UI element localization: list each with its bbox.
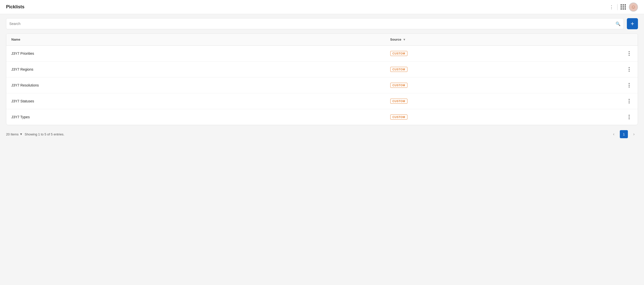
items-dropdown-icon[interactable]: ▼: [20, 132, 23, 136]
custom-badge: CUSTOM: [390, 115, 407, 120]
row-more-options-button[interactable]: [626, 114, 633, 120]
picklists-table-container: Name Source ▼ J3Y7 PrioritiesCUSTOMJ3Y7 …: [6, 33, 638, 125]
row-more-options-button[interactable]: [626, 50, 633, 57]
row-name: J3Y7 Types: [11, 115, 30, 119]
table-row: J3Y7 ResolutionsCUSTOM: [6, 77, 638, 93]
toolbar: 🔍 +: [0, 14, 644, 33]
table-footer: 20 Items ▼ Showing 1 to 5 of 5 entries. …: [0, 126, 644, 142]
row-source-cell: CUSTOM: [385, 109, 606, 125]
row-name: J3Y7 Regions: [11, 67, 33, 71]
page-title: Picklists: [6, 4, 24, 10]
items-count-label: 20 Items: [6, 132, 19, 136]
search-container: 🔍: [6, 18, 624, 29]
row-name-cell: J3Y7 Statuses: [6, 93, 385, 109]
row-actions-cell: [606, 93, 638, 109]
search-icon: 🔍: [616, 21, 621, 26]
row-more-options-button[interactable]: [626, 98, 633, 104]
header-actions: ⋮ ☺: [609, 3, 638, 12]
row-more-options-button[interactable]: [626, 82, 633, 89]
row-name-cell: J3Y7 Priorities: [6, 46, 385, 62]
row-name-cell: J3Y7 Regions: [6, 62, 385, 77]
row-source-cell: CUSTOM: [385, 93, 606, 109]
picklists-table: Name Source ▼ J3Y7 PrioritiesCUSTOMJ3Y7 …: [6, 34, 638, 125]
column-header-source: Source ▼: [385, 34, 606, 46]
custom-badge: CUSTOM: [390, 99, 407, 104]
custom-badge: CUSTOM: [390, 67, 407, 72]
more-options-icon[interactable]: ⋮: [609, 4, 614, 10]
next-page-button[interactable]: ›: [630, 130, 638, 138]
table-row: J3Y7 RegionsCUSTOM: [6, 62, 638, 77]
row-more-options-button[interactable]: [626, 66, 633, 73]
row-name: J3Y7 Statuses: [11, 99, 34, 103]
grid-menu-icon[interactable]: [621, 4, 626, 10]
row-actions-cell: [606, 77, 638, 93]
add-button[interactable]: +: [627, 18, 638, 29]
row-actions-cell: [606, 62, 638, 77]
source-sort-icon[interactable]: ▼: [403, 38, 406, 41]
row-source-cell: CUSTOM: [385, 77, 606, 93]
row-name-cell: J3Y7 Types: [6, 109, 385, 125]
pagination: ‹ 1 ›: [610, 130, 638, 138]
row-actions-cell: [606, 109, 638, 125]
row-name: J3Y7 Resolutions: [11, 83, 39, 87]
column-header-actions: [606, 34, 638, 46]
table-row: J3Y7 PrioritiesCUSTOM: [6, 46, 638, 62]
footer-left: 20 Items ▼ Showing 1 to 5 of 5 entries.: [6, 132, 64, 136]
showing-text: Showing 1 to 5 of 5 entries.: [25, 132, 65, 136]
row-name: J3Y7 Priorities: [11, 51, 34, 55]
header-divider: [617, 4, 618, 10]
search-input[interactable]: [9, 22, 614, 26]
row-name-cell: J3Y7 Resolutions: [6, 77, 385, 93]
row-actions-cell: [606, 46, 638, 62]
table-header-row: Name Source ▼: [6, 34, 638, 46]
custom-badge: CUSTOM: [390, 83, 407, 88]
items-per-page-select[interactable]: 20 Items ▼: [6, 132, 23, 136]
prev-page-button[interactable]: ‹: [610, 130, 618, 138]
app-header: Picklists ⋮ ☺: [0, 0, 644, 14]
custom-badge: CUSTOM: [390, 51, 407, 56]
row-source-cell: CUSTOM: [385, 62, 606, 77]
column-header-name: Name: [6, 34, 385, 46]
page-1-button[interactable]: 1: [620, 130, 628, 138]
table-row: J3Y7 StatusesCUSTOM: [6, 93, 638, 109]
avatar-icon: ☺: [631, 4, 636, 10]
row-source-cell: CUSTOM: [385, 46, 606, 62]
user-avatar[interactable]: ☺: [629, 3, 638, 12]
table-row: J3Y7 TypesCUSTOM: [6, 109, 638, 125]
